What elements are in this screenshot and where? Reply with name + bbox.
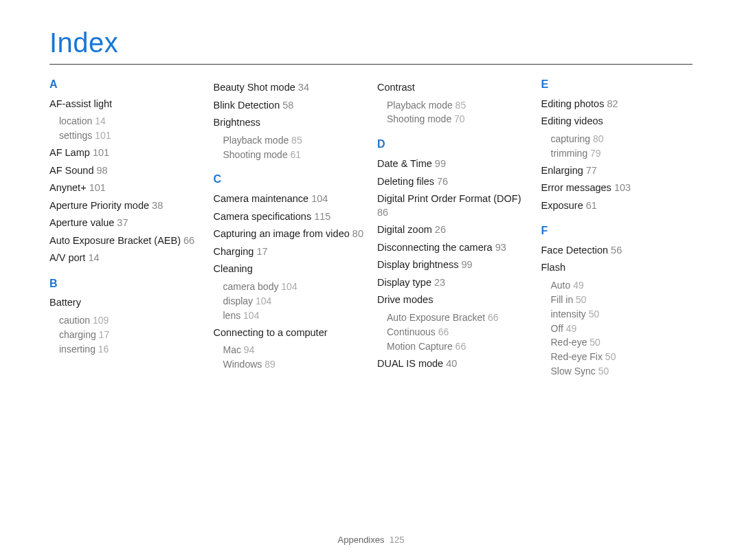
index-entry: Contrast: [377, 81, 529, 95]
index-subentry: Windows 89: [223, 358, 366, 371]
index-entry-page: 99: [462, 259, 473, 270]
index-entry-page: 66: [183, 235, 194, 246]
index-subentry-page: 50: [576, 294, 587, 305]
index-entry-label: Editing videos: [541, 115, 603, 126]
index-subentry-label: intensity: [551, 309, 586, 320]
index-subentry: Auto 49: [551, 279, 693, 292]
index-entry-label: Charging: [214, 246, 254, 257]
index-entry-page: 101: [89, 182, 106, 193]
index-subentry-list: Playback mode 85Shooting mode 70: [387, 99, 529, 126]
index-subentry: Slow Sync 50: [551, 365, 693, 378]
index-subentry-page: 66: [456, 341, 466, 352]
index-subentry-label: Auto Exposure Bracket: [387, 312, 485, 323]
index-entry-label: Camera specifications: [214, 211, 312, 222]
index-subentry: Auto Exposure Bracket 66: [387, 311, 529, 324]
index-entry: Camera specifications 115: [214, 210, 366, 224]
index-subentry-list: Auto Exposure Bracket 66Continuous 66Mot…: [387, 311, 529, 353]
index-column: AAF-assist lightlocation 14settings 101A…: [49, 77, 201, 382]
index-subentry: Red-eye 50: [551, 336, 693, 349]
index-entry-label: AF Lamp: [49, 147, 90, 158]
index-subentry-page: 94: [244, 344, 255, 355]
index-entry-label: Aperture value: [49, 217, 114, 228]
index-subentry-label: Fill in: [551, 294, 574, 305]
index-subentry-page: 50: [598, 366, 609, 377]
index-columns: AAF-assist lightlocation 14settings 101A…: [49, 77, 693, 382]
index-entry-label: Digital Print Order Format (DOF): [377, 193, 521, 204]
index-subentry-label: Shooting mode: [387, 113, 451, 124]
index-entry-label: Exposure: [541, 200, 583, 211]
index-entry-label: Date & Time: [377, 158, 432, 169]
index-entry: Brightness: [214, 116, 366, 130]
index-letter-heading: D: [377, 137, 529, 152]
index-subentry: Mac 94: [223, 344, 366, 357]
page-footer: Appendixes 125: [0, 535, 742, 545]
index-entry-label: Flash: [541, 262, 565, 273]
index-subentry-label: inserting: [59, 344, 95, 355]
index-subentry: Shooting mode 61: [223, 148, 366, 161]
index-subentry-label: Continuous: [387, 326, 436, 337]
index-subentry-list: location 14settings 101: [59, 115, 201, 142]
index-subentry-page: 101: [95, 130, 111, 141]
index-column: Beauty Shot mode 34Blink Detection 58Bri…: [214, 77, 366, 382]
index-entry-label: Anynet+: [49, 182, 87, 193]
index-letter-heading: C: [214, 172, 366, 187]
index-subentry-page: 17: [99, 329, 110, 340]
index-entry: Digital Print Order Format (DOF) 86: [377, 192, 529, 219]
index-entry-label: Display type: [377, 277, 431, 288]
index-entry: Display brightness 99: [377, 258, 529, 272]
index-entry-label: Battery: [49, 297, 81, 308]
index-entry: Editing videos: [541, 115, 693, 128]
index-subentry-label: Motion Capture: [387, 341, 453, 352]
index-subentry-label: Windows: [223, 359, 262, 370]
index-subentry-page: 104: [281, 281, 297, 292]
index-subentry: Shooting mode 70: [387, 113, 529, 126]
index-subentry: Playback mode 85: [223, 134, 366, 147]
index-entry-page: 82: [607, 98, 618, 109]
index-entry: Drive modes: [377, 293, 529, 307]
index-subentry-label: Auto: [551, 280, 571, 291]
index-column: ContrastPlayback mode 85Shooting mode 70…: [377, 77, 529, 382]
index-entry: Aperture value 37: [49, 216, 201, 230]
index-entry-page: 98: [97, 165, 108, 176]
index-entry-label: A/V port: [49, 252, 85, 263]
index-subentry: Motion Capture 66: [387, 340, 529, 353]
index-entry: Enlarging 77: [541, 164, 693, 178]
index-entry-label: Aperture Priority mode: [49, 200, 149, 211]
index-entry-label: Error messages: [541, 182, 611, 193]
index-entry: Charging 17: [214, 245, 366, 259]
index-subentry-label: Red-eye: [551, 337, 587, 348]
index-subentry-label: Shooting mode: [223, 149, 288, 160]
index-entry-label: Blink Detection: [214, 100, 280, 111]
index-subentry-list: capturing 80trimming 79: [551, 133, 693, 160]
page-title: Index: [49, 27, 693, 65]
index-entry-label: Brightness: [214, 117, 261, 128]
index-entry: Disconnecting the camera 93: [377, 241, 529, 255]
index-entry-page: 61: [586, 200, 597, 211]
index-entry: Aperture Priority mode 38: [49, 199, 201, 213]
index-subentry: settings 101: [59, 129, 201, 142]
index-subentry: display 104: [223, 295, 366, 308]
index-entry: AF Sound 98: [49, 164, 201, 178]
index-entry: Battery: [49, 296, 201, 310]
index-subentry-page: 50: [605, 351, 616, 362]
index-subentry-label: Red-eye Fix: [551, 351, 603, 362]
index-entry-label: Display brightness: [377, 259, 458, 270]
index-subentry-page: 89: [265, 359, 276, 370]
index-subentry-label: display: [223, 295, 254, 306]
index-entry-label: Editing photos: [541, 98, 605, 109]
index-subentry-page: 16: [98, 344, 109, 355]
index-entry: AF Lamp 101: [49, 146, 201, 160]
index-subentry-list: camera body 104display 104lens 104: [223, 280, 366, 322]
index-letter-heading: A: [49, 77, 201, 92]
index-subentry-list: caution 109charging 17inserting 16: [59, 314, 201, 356]
index-entry: Connecting to a computer: [214, 326, 366, 340]
index-entry-page: 40: [446, 358, 457, 369]
index-entry-page: 14: [88, 252, 99, 263]
index-subentry-page: 104: [256, 295, 271, 306]
index-entry-label: AF Sound: [49, 165, 94, 176]
index-entry-label: Camera maintenance: [214, 193, 309, 204]
index-entry-page: 86: [377, 207, 388, 218]
index-subentry: Continuous 66: [387, 326, 529, 339]
index-subentry: capturing 80: [551, 133, 693, 146]
index-subentry-label: Playback mode: [223, 135, 289, 146]
